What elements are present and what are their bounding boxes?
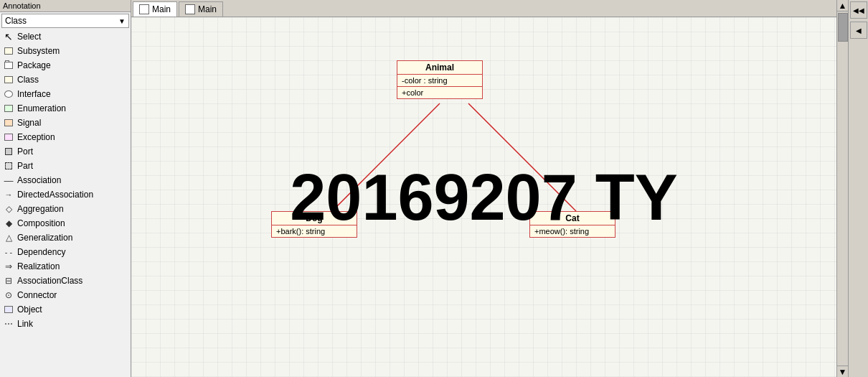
- right-btn-2[interactable]: ◀: [850, 22, 867, 39]
- icon-aggregation: ◇: [3, 203, 14, 215]
- menu-label-generalization: Generalization: [17, 233, 72, 243]
- icon-box: [3, 45, 14, 57]
- menu-label-signal: Signal: [17, 118, 41, 128]
- icon-dependency: - -: [3, 246, 14, 258]
- menu-item-interface[interactable]: Interface: [0, 87, 131, 101]
- menu-label-directed-association: DirectedAssociation: [17, 190, 93, 200]
- menu-label-dependency: Dependency: [17, 247, 65, 257]
- menu-label-composition: Composition: [17, 218, 65, 228]
- menu-item-enumeration[interactable]: Enumeration: [0, 101, 131, 116]
- animal-attr1: -color : string: [397, 75, 482, 87]
- class-dropdown[interactable]: Class ▼: [1, 14, 129, 28]
- menu-item-association[interactable]: —Association: [0, 173, 131, 187]
- right-btn-1[interactable]: ◀◀: [850, 1, 867, 19]
- menu-item-exception[interactable]: Exception: [0, 130, 131, 144]
- menu-item-aggregation[interactable]: ◇Aggregation: [0, 202, 131, 216]
- menu-label-select: Select: [17, 32, 41, 42]
- tab-main2[interactable]: Main: [179, 1, 223, 17]
- menu-label-interface: Interface: [17, 89, 51, 99]
- vertical-scrollbar[interactable]: ▲ ▼: [836, 0, 848, 377]
- icon-enum: [3, 103, 14, 114]
- menu-label-object: Object: [17, 304, 42, 315]
- tab-main1-label: Main: [152, 4, 171, 14]
- menu-label-connector: Connector: [17, 290, 57, 300]
- icon-object: [3, 304, 14, 315]
- menu-item-port[interactable]: Port: [0, 144, 131, 159]
- icon-composition: ◆: [3, 218, 14, 229]
- menu-label-part: Part: [17, 161, 33, 171]
- menu-item-directed-association[interactable]: →DirectedAssociation: [0, 187, 131, 202]
- menu-label-realization: Realization: [17, 261, 60, 271]
- menu-item-package[interactable]: Package: [0, 58, 131, 73]
- icon-assocclass: ⊟: [3, 275, 14, 287]
- svg-line-1: [468, 103, 576, 211]
- menu-label-association-class: AssociationClass: [17, 276, 82, 286]
- menu-item-signal[interactable]: Signal: [0, 116, 131, 130]
- menu-item-dependency[interactable]: - -Dependency: [0, 245, 131, 259]
- icon-cursor: ↖: [3, 31, 14, 42]
- cat-title: Cat: [530, 212, 615, 225]
- icon-package: [3, 60, 14, 71]
- tabs-bar: Main Main: [131, 0, 836, 17]
- main-area: Main Main Animal -color : string +color …: [131, 0, 836, 377]
- menu-item-association-class[interactable]: ⊟AssociationClass: [0, 274, 131, 288]
- icon-signal: [3, 117, 14, 129]
- dog-class[interactable]: Dog +bark(): string: [271, 211, 357, 238]
- menu-label-aggregation: Aggregation: [17, 204, 64, 214]
- menu-label-enumeration: Enumeration: [17, 103, 66, 113]
- animal-class[interactable]: Animal -color : string +color: [397, 60, 483, 99]
- scroll-thumb[interactable]: [838, 13, 848, 42]
- cat-method1: +meow(): string: [530, 225, 615, 237]
- right-panel: ◀◀ ◀: [848, 0, 868, 377]
- left-panel: Annotation Class ▼ ↖SelectSubsystemPacka…: [0, 0, 131, 377]
- animal-title: Animal: [397, 61, 482, 75]
- icon-link: ⋯: [3, 318, 14, 330]
- menu-label-port: Port: [17, 146, 33, 157]
- tab-main2-label: Main: [198, 4, 217, 14]
- menu-label-exception: Exception: [17, 132, 55, 142]
- menu-item-subsystem[interactable]: Subsystem: [0, 44, 131, 58]
- menu-item-link[interactable]: ⋯Link: [0, 317, 131, 331]
- menu-item-part[interactable]: Part: [0, 159, 131, 173]
- icon-box: [3, 74, 14, 85]
- icon-port: [3, 146, 14, 157]
- menu-label-subsystem: Subsystem: [17, 46, 60, 56]
- cat-class[interactable]: Cat +meow(): string: [529, 211, 615, 238]
- tab-main1[interactable]: Main: [133, 1, 177, 17]
- menu-item-connector[interactable]: ⊙Connector: [0, 288, 131, 302]
- animal-attr2: +color: [397, 87, 482, 98]
- svg-line-0: [332, 103, 440, 211]
- icon-circle-line: [3, 88, 14, 100]
- menu-item-object[interactable]: Object: [0, 302, 131, 317]
- menu-item-realization[interactable]: ⇒Realization: [0, 259, 131, 274]
- menu-label-package: Package: [17, 60, 51, 70]
- menu-item-select[interactable]: ↖Select: [0, 29, 131, 44]
- tab-main1-icon: [139, 4, 149, 14]
- icon-exception: [3, 131, 14, 143]
- class-dropdown-label: Class: [5, 16, 27, 26]
- dog-method1: +bark(): string: [272, 225, 357, 237]
- menu-label-class: Class: [17, 75, 39, 85]
- icon-generalization: △: [3, 232, 14, 243]
- menu-label-link: Link: [17, 319, 33, 329]
- icon-directed: →: [3, 189, 14, 200]
- tab-main2-icon: [185, 4, 195, 14]
- icon-realization: ⇒: [3, 261, 14, 272]
- scroll-down-button[interactable]: ▼: [837, 366, 848, 377]
- annotation-header: Annotation: [0, 0, 131, 12]
- icon-assoc: —: [3, 174, 14, 186]
- menu-item-composition[interactable]: ◆Composition: [0, 216, 131, 231]
- dropdown-arrow-icon: ▼: [118, 17, 126, 25]
- menu-label-association: Association: [17, 175, 61, 185]
- diagram-canvas[interactable]: Animal -color : string +color Dog +bark(…: [131, 17, 836, 377]
- connector-svg: [131, 17, 836, 377]
- menu-item-class[interactable]: Class: [0, 73, 131, 87]
- dog-title: Dog: [272, 212, 357, 225]
- icon-part: [3, 160, 14, 172]
- scroll-up-button[interactable]: ▲: [837, 0, 848, 11]
- icon-connector: ⊙: [3, 289, 14, 301]
- menu-scroll-container[interactable]: ↖SelectSubsystemPackageClassInterfaceEnu…: [0, 29, 131, 377]
- menu-item-generalization[interactable]: △Generalization: [0, 231, 131, 245]
